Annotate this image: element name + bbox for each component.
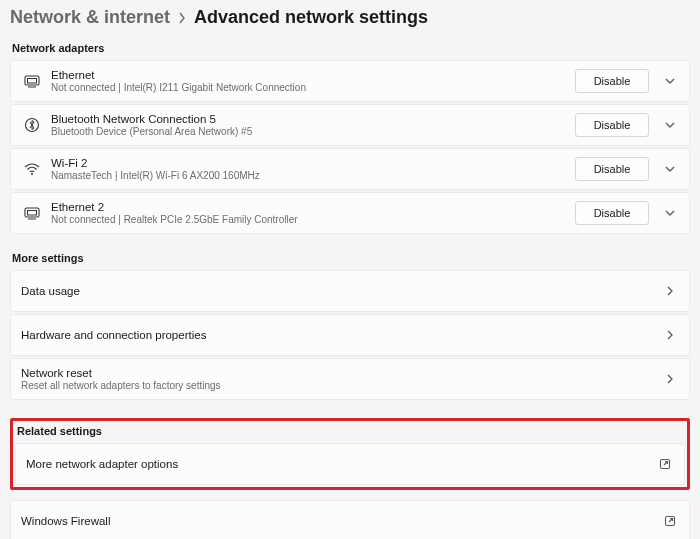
- bluetooth-icon: [21, 117, 43, 133]
- chevron-down-icon[interactable]: [661, 77, 679, 85]
- nav-title: Data usage: [21, 285, 661, 297]
- more-settings-list: Data usage Hardware and connection prope…: [10, 270, 690, 400]
- wifi-icon: [21, 163, 43, 176]
- chevron-down-icon[interactable]: [661, 121, 679, 129]
- chevron-right-icon: [661, 285, 679, 297]
- section-related-settings-label: Related settings: [13, 421, 687, 437]
- nav-title: Network reset: [21, 367, 661, 379]
- nav-subtitle: Reset all network adapters to factory se…: [21, 380, 661, 391]
- nav-windows-firewall[interactable]: Windows Firewall: [10, 500, 690, 539]
- adapter-subtitle: NamasteTech | Intel(R) Wi-Fi 6 AX200 160…: [51, 170, 575, 181]
- chevron-down-icon[interactable]: [661, 165, 679, 173]
- nav-more-adapter-options[interactable]: More network adapter options: [15, 443, 685, 485]
- adapter-title: Ethernet: [51, 69, 575, 81]
- after-related-list: Windows Firewall: [10, 500, 690, 539]
- adapter-title: Wi-Fi 2: [51, 157, 575, 169]
- external-link-icon: [661, 515, 679, 527]
- nav-hardware-properties[interactable]: Hardware and connection properties: [10, 314, 690, 356]
- related-settings-list: More network adapter options: [13, 443, 687, 485]
- disable-button[interactable]: Disable: [575, 157, 649, 181]
- page-title: Advanced network settings: [194, 7, 428, 28]
- svg-point-4: [31, 173, 33, 175]
- adapter-title: Ethernet 2: [51, 201, 575, 213]
- adapter-title: Bluetooth Network Connection 5: [51, 113, 575, 125]
- breadcrumb: Network & internet Advanced network sett…: [10, 7, 690, 28]
- chevron-right-icon: [661, 373, 679, 385]
- chevron-down-icon[interactable]: [661, 209, 679, 217]
- adapter-row-bluetooth[interactable]: Bluetooth Network Connection 5 Bluetooth…: [10, 104, 690, 146]
- adapter-row-wifi[interactable]: Wi-Fi 2 NamasteTech | Intel(R) Wi-Fi 6 A…: [10, 148, 690, 190]
- ethernet-icon: [21, 206, 43, 220]
- section-network-adapters-label: Network adapters: [10, 42, 690, 54]
- breadcrumb-root[interactable]: Network & internet: [10, 7, 170, 28]
- adapter-subtitle: Not connected | Realtek PCIe 2.5GbE Fami…: [51, 214, 575, 225]
- disable-button[interactable]: Disable: [575, 69, 649, 93]
- nav-title: Hardware and connection properties: [21, 329, 661, 341]
- disable-button[interactable]: Disable: [575, 201, 649, 225]
- nav-data-usage[interactable]: Data usage: [10, 270, 690, 312]
- svg-rect-6: [28, 211, 37, 216]
- adapter-subtitle: Not connected | Intel(R) I211 Gigabit Ne…: [51, 82, 575, 93]
- disable-button[interactable]: Disable: [575, 113, 649, 137]
- svg-rect-1: [28, 79, 37, 84]
- nav-title: Windows Firewall: [21, 515, 661, 527]
- adapter-subtitle: Bluetooth Device (Personal Area Network)…: [51, 126, 575, 137]
- external-link-icon: [656, 458, 674, 470]
- adapter-row-ethernet-2[interactable]: Ethernet 2 Not connected | Realtek PCIe …: [10, 192, 690, 234]
- nav-title: More network adapter options: [26, 458, 656, 470]
- highlight-related-settings: Related settings More network adapter op…: [10, 418, 690, 490]
- ethernet-icon: [21, 74, 43, 88]
- adapters-list: Ethernet Not connected | Intel(R) I211 G…: [10, 60, 690, 234]
- adapter-row-ethernet[interactable]: Ethernet Not connected | Intel(R) I211 G…: [10, 60, 690, 102]
- nav-network-reset[interactable]: Network reset Reset all network adapters…: [10, 358, 690, 400]
- chevron-right-icon: [661, 329, 679, 341]
- chevron-right-icon: [178, 12, 186, 24]
- section-more-settings-label: More settings: [10, 252, 690, 264]
